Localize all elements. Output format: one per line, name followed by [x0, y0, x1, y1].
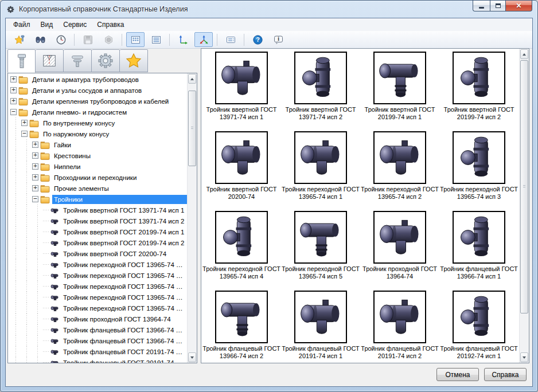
list-view-button[interactable]: [147, 32, 165, 47]
tree-item[interactable]: Тройник ввертной ГОСТ 13971-74 исп 2: [8, 215, 187, 226]
tree-minus-toggle[interactable]: −: [21, 131, 28, 137]
help-dialog-button[interactable]: Справка: [484, 368, 527, 381]
tree-plus-toggle[interactable]: +: [10, 98, 17, 104]
part-thumbnail[interactable]: [294, 131, 347, 184]
part-thumbnail[interactable]: [215, 291, 268, 343]
menu-file[interactable]: Файл: [8, 19, 36, 30]
tree-plus-toggle[interactable]: +: [32, 163, 38, 170]
details-view-button[interactable]: [221, 32, 240, 47]
scroll-up-button[interactable]: [188, 74, 196, 84]
grid-item[interactable]: Тройник переходной ГОСТ 13965-74 исп 4: [202, 209, 281, 289]
tree-scrollbar[interactable]: [187, 73, 197, 363]
tree-item[interactable]: −По наружному конусу: [8, 128, 187, 139]
tree-plus-toggle[interactable]: +: [10, 76, 17, 83]
part-thumbnail[interactable]: [215, 211, 268, 264]
menu-help[interactable]: Справка: [92, 19, 129, 30]
tree-plus-toggle[interactable]: +: [32, 185, 38, 191]
help-button[interactable]: ?: [248, 32, 267, 47]
title-bar[interactable]: Корпоративный справочник Стандартные Изд…: [1, 1, 537, 18]
part-thumbnail[interactable]: [373, 52, 426, 104]
2d-mode-button[interactable]: [174, 32, 192, 47]
part-thumbnail[interactable]: [453, 211, 505, 264]
tree-item[interactable]: −Тройники: [8, 194, 187, 205]
part-thumbnail[interactable]: [215, 131, 268, 184]
scroll-down-button[interactable]: [520, 352, 528, 362]
scroll-up-button[interactable]: [520, 49, 528, 59]
tree-item[interactable]: Тройник фланцевый ГОСТ 13966-74 исп 2: [8, 335, 187, 346]
tab-washers[interactable]: [64, 49, 92, 72]
part-thumbnail[interactable]: [294, 291, 347, 343]
part-thumbnail[interactable]: [453, 291, 505, 343]
part-thumbnail[interactable]: [373, 291, 426, 343]
tree-item[interactable]: +По внутреннему конусу: [8, 117, 187, 128]
tree-item[interactable]: Тройник ввертной ГОСТ 13971-74 исп 1: [8, 205, 187, 215]
tab-settings[interactable]: [92, 49, 120, 72]
grid-item[interactable]: Тройник переходной ГОСТ 13965-74 исп 5: [281, 209, 360, 289]
tree-item[interactable]: −Детали пневмо- и гидросистем: [8, 107, 187, 117]
part-thumbnail[interactable]: [294, 52, 347, 104]
save-button[interactable]: [79, 32, 97, 47]
tree-plus-toggle[interactable]: +: [32, 152, 38, 159]
tree-item[interactable]: +Прочие элементы: [8, 183, 187, 194]
menu-service[interactable]: Сервис: [58, 19, 92, 30]
grid-item[interactable]: Тройник ввертной ГОСТ 20199-74 исп 1: [360, 50, 439, 130]
tree-item[interactable]: Тройник переходной ГОСТ 13965-74 ис...: [8, 292, 187, 303]
tree-item[interactable]: Тройник переходной ГОСТ 13965-74 ис...: [8, 270, 187, 281]
part-thumbnail[interactable]: [453, 52, 505, 104]
tree-item[interactable]: Тройник ввертной ГОСТ 20199-74 исп 1: [8, 226, 187, 237]
tree-item[interactable]: +Ниппели: [8, 161, 187, 172]
tree-item[interactable]: Тройник ввертной ГОСТ 20200-74: [8, 248, 187, 259]
tree-item[interactable]: +Крестовины: [8, 150, 187, 161]
find-button[interactable]: [31, 32, 49, 47]
close-button[interactable]: ✕: [506, 1, 532, 11]
grid-item[interactable]: Тройник фланцевый ГОСТ 13966-74 исп 2: [202, 289, 281, 369]
tree-item[interactable]: Тройник фланцевый ГОСТ 13966-74 исп 1: [8, 324, 187, 335]
scroll-down-button[interactable]: [188, 352, 196, 362]
tab-favorites[interactable]: [120, 49, 148, 72]
cancel-button[interactable]: Отмена: [436, 368, 479, 381]
scrollbar-thumb[interactable]: [520, 60, 528, 313]
tree-minus-toggle[interactable]: −: [10, 109, 17, 115]
part-thumbnail[interactable]: [215, 52, 268, 104]
tree-item[interactable]: Тройник переходной ГОСТ 13965-74 ис...: [8, 303, 187, 313]
tree-item[interactable]: Тройник переходной ГОСТ 13965-74 ис...: [8, 281, 187, 292]
grid-item[interactable]: Тройник переходной ГОСТ 13965-74 исп 1: [281, 130, 360, 209]
history-button[interactable]: [52, 32, 70, 47]
tree-plus-toggle[interactable]: +: [32, 142, 38, 148]
tab-fasteners[interactable]: [7, 49, 36, 73]
new-favorite-button[interactable]: [10, 32, 29, 47]
tab-holes[interactable]: [36, 49, 64, 72]
tree-item[interactable]: +Гайки: [8, 139, 187, 150]
tree-item[interactable]: Тройник фланцевый ГОСТ 20191-74 исп 1: [8, 346, 187, 357]
grid-item[interactable]: Тройник переходной ГОСТ 13965-74 исп 3: [439, 130, 518, 209]
tree-item[interactable]: +Проходники и переходники: [8, 172, 187, 183]
grid-item[interactable]: Тройник фланцевый ГОСТ 20192-74 исп 1: [439, 289, 518, 369]
tree-item[interactable]: Тройник фланцевый ГОСТ 20191-74 исп 2: [8, 357, 187, 363]
grid-scrollbar[interactable]: [519, 49, 529, 363]
grid-item[interactable]: Тройник ввертной ГОСТ 13971-74 исп 1: [202, 50, 281, 130]
scrollbar-thumb[interactable]: [188, 91, 196, 166]
grid-item[interactable]: Тройник фланцевый ГОСТ 20191-74 исп 2: [360, 289, 439, 369]
grid-item[interactable]: Тройник ввертной ГОСТ 20200-74: [202, 130, 281, 209]
thumbnail-view-button[interactable]: [126, 32, 145, 47]
maximize-button[interactable]: [490, 1, 506, 11]
part-thumbnail[interactable]: [373, 211, 426, 264]
grid-item[interactable]: Тройник ввертной ГОСТ 20199-74 исп 2: [439, 50, 518, 130]
tree-item[interactable]: Тройник проходной ГОСТ 13964-74: [8, 313, 187, 324]
tree-plus-toggle[interactable]: +: [10, 87, 17, 93]
about-button[interactable]: i: [269, 32, 287, 47]
grid-item[interactable]: Тройник переходной ГОСТ 13965-74 исп 2: [360, 130, 439, 209]
tree-item[interactable]: +Детали и арматура трубопроводов: [8, 74, 187, 85]
grid-item[interactable]: Тройник ввертной ГОСТ 13971-74 исп 2: [281, 50, 360, 130]
tree-plus-toggle[interactable]: +: [21, 120, 28, 126]
grid-item[interactable]: Тройник фланцевый ГОСТ 20191-74 исп 1: [281, 289, 360, 369]
tree-plus-toggle[interactable]: +: [32, 174, 38, 181]
tree-item[interactable]: Тройник ввертной ГОСТ 20199-74 исп 2: [8, 237, 187, 248]
3d-mode-button[interactable]: [194, 32, 213, 47]
grid-item[interactable]: Тройник проходной ГОСТ 13964-74: [360, 209, 439, 289]
part-thumbnail[interactable]: [373, 131, 426, 184]
tree-item[interactable]: +Детали крепления трубопроводов и кабеле…: [8, 96, 187, 107]
part-thumbnail[interactable]: [453, 131, 505, 184]
menu-view[interactable]: Вид: [36, 19, 59, 30]
tree-item[interactable]: Тройник переходной ГОСТ 13965-74 ис...: [8, 259, 187, 270]
